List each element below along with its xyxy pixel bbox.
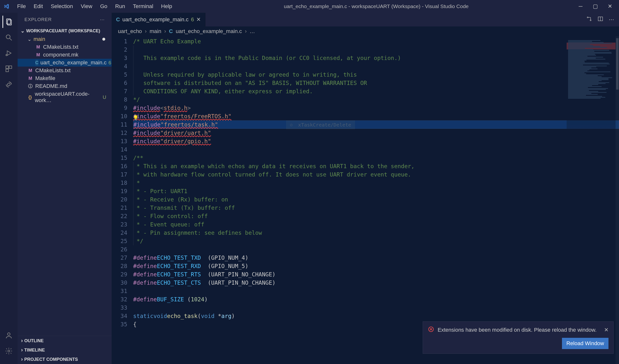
- chevron-right-icon: ›: [164, 28, 166, 35]
- menu-terminal[interactable]: Terminal: [129, 2, 157, 11]
- close-icon[interactable]: ✕: [604, 327, 608, 333]
- more-icon[interactable]: ⋯: [100, 17, 105, 23]
- file-item[interactable]: MCMakeLists.txt: [18, 43, 112, 51]
- line-number: 6: [112, 79, 133, 87]
- code-line[interactable]: #define ECHO_TEST_CTS (UART_PIN_NO_CHANG…: [133, 279, 619, 287]
- reload-window-button[interactable]: Reload Window: [562, 338, 608, 349]
- code-line[interactable]: #define ECHO_TEST_TXD (GPIO_NUM_4): [133, 254, 619, 262]
- code-line[interactable]: *: [133, 179, 619, 187]
- code-line[interactable]: * - Receive (Rx) buffer: on: [133, 195, 619, 204]
- file-item[interactable]: Mcomponent.mk: [18, 51, 112, 59]
- code-line[interactable]: [133, 45, 619, 54]
- code-line[interactable]: This example code is in the Public Domai…: [133, 54, 619, 62]
- code-hint[interactable]: ⊘ xTaskCreate/Delete: [286, 120, 355, 129]
- minimize-button[interactable]: ─: [577, 3, 584, 10]
- line-number: 14: [112, 145, 133, 154]
- code-line[interactable]: [133, 62, 619, 70]
- line-number: 8: [112, 96, 133, 104]
- file-item[interactable]: Cuart_echo_example_main.c6: [18, 59, 112, 67]
- extensions-icon[interactable]: [3, 63, 15, 75]
- code-line[interactable]: #include "driver/uart.h": [133, 129, 619, 137]
- search-icon[interactable]: [3, 31, 15, 43]
- close-button[interactable]: ✕: [606, 3, 614, 10]
- svg-line-3: [10, 38, 12, 40]
- menu-file[interactable]: File: [14, 2, 29, 11]
- file-item[interactable]: {}workspaceUART.code-work…U: [18, 90, 112, 104]
- code-line[interactable]: /* UART Echo Example: [133, 37, 619, 45]
- file-type-icon: C: [35, 60, 38, 66]
- modified-indicator: [102, 38, 105, 41]
- file-name: component.mk: [43, 52, 78, 58]
- code-line[interactable]: [133, 245, 619, 254]
- menu-view[interactable]: View: [77, 2, 96, 11]
- breadcrumb-item[interactable]: uart_echo_example_main.c: [176, 28, 242, 35]
- menu-selection[interactable]: Selection: [47, 2, 76, 11]
- code-line[interactable]: Unless required by applicable law or agr…: [133, 70, 619, 79]
- breadcrumb-item[interactable]: main: [150, 28, 161, 35]
- code-line[interactable]: * - Port: UART1: [133, 187, 619, 195]
- code-line[interactable]: [133, 145, 619, 154]
- code-line[interactable]: #define BUF_SIZE (1024): [133, 295, 619, 304]
- code-line[interactable]: * - Event queue: off: [133, 220, 619, 229]
- file-item[interactable]: MMakefile: [18, 74, 112, 82]
- code-line[interactable]: software is distributed on an "AS IS" BA…: [133, 79, 619, 87]
- menu-run[interactable]: Run: [112, 2, 128, 11]
- line-number: 32: [112, 295, 133, 304]
- section-timeline[interactable]: TIMELINE: [18, 345, 112, 355]
- line-number: 4: [112, 62, 133, 70]
- code-line[interactable]: #define ECHO_TEST_RXD (GPIO_NUM_5): [133, 262, 619, 270]
- line-number: 29: [112, 270, 133, 279]
- settings-icon[interactable]: [3, 345, 15, 357]
- breadcrumb-item[interactable]: uart_echo: [118, 28, 142, 35]
- code-line[interactable]: #include <stdio.h>: [133, 104, 619, 112]
- code-line[interactable]: * - Flow control: off: [133, 212, 619, 220]
- minimap[interactable]: [567, 36, 616, 364]
- account-icon[interactable]: [3, 329, 15, 341]
- vertical-scrollbar[interactable]: [616, 36, 619, 364]
- line-number: 17: [112, 170, 133, 179]
- code-line[interactable]: * This is an example which echos any dat…: [133, 162, 619, 170]
- debug-icon[interactable]: [3, 47, 15, 59]
- folder-item[interactable]: main: [18, 35, 112, 43]
- breadcrumb-item[interactable]: …: [250, 28, 255, 35]
- svg-marker-4: [7, 51, 11, 56]
- code-line[interactable]: [133, 304, 619, 312]
- code-line[interactable]: #include "driver/gpio.h": [133, 137, 619, 145]
- menu-edit[interactable]: Edit: [30, 2, 46, 11]
- code-line[interactable]: #include "freertos/task.h"⊘ xTaskCreate/…: [133, 120, 619, 129]
- file-type-icon: M: [35, 52, 41, 58]
- explorer-icon[interactable]: [2, 16, 15, 28]
- compare-changes-icon[interactable]: [586, 16, 592, 23]
- section-project-components[interactable]: PROJECT COMPONENTS: [18, 355, 112, 364]
- file-item[interactable]: MCMakeLists.txt: [18, 67, 112, 74]
- remote-icon[interactable]: [3, 78, 15, 91]
- editor-tab[interactable]: C uart_echo_example_main.c 6 ✕: [112, 13, 205, 27]
- more-actions-icon[interactable]: ⋯: [609, 16, 614, 23]
- code-line[interactable]: /**: [133, 154, 619, 162]
- code-line[interactable]: * - Transmit (Tx) buffer: off: [133, 204, 619, 212]
- menu-go[interactable]: Go: [97, 2, 111, 11]
- code-line[interactable]: */: [133, 96, 619, 104]
- line-number: 30: [112, 279, 133, 287]
- code-line[interactable]: [133, 287, 619, 295]
- code-line[interactable]: * with hardware flow control turned off.…: [133, 170, 619, 179]
- menu-help[interactable]: Help: [158, 2, 175, 11]
- split-editor-icon[interactable]: [597, 16, 603, 23]
- workspace-header[interactable]: WORKSPACEUART (WORKSPACE): [18, 27, 112, 35]
- code-line[interactable]: 💡#include "freertos/FreeRTOS.h": [133, 112, 619, 120]
- section-outline[interactable]: OUTLINE: [18, 336, 112, 345]
- breadcrumbs[interactable]: uart_echo›main›Cuart_echo_example_main.c…: [112, 27, 619, 36]
- code-line[interactable]: */: [133, 237, 619, 245]
- code-line[interactable]: CONDITIONS OF ANY KIND, either express o…: [133, 87, 619, 96]
- maximize-button[interactable]: ▢: [591, 3, 599, 10]
- close-icon[interactable]: ✕: [196, 16, 201, 23]
- svg-rect-7: [9, 66, 12, 69]
- file-item[interactable]: ⓘREADME.md: [18, 82, 112, 90]
- code-line[interactable]: #define ECHO_TEST_RTS (UART_PIN_NO_CHANG…: [133, 270, 619, 279]
- line-number: 11: [112, 120, 133, 129]
- editor-content[interactable]: 1234567891011121314151617181920212223242…: [112, 36, 619, 364]
- code-line[interactable]: static void echo_task(void *arg): [133, 312, 619, 320]
- code-line[interactable]: * - Pin assignment: see defines below: [133, 229, 619, 237]
- code-area[interactable]: /* UART Echo Example This example code i…: [133, 36, 619, 364]
- scrollbar-thumb[interactable]: [616, 38, 619, 90]
